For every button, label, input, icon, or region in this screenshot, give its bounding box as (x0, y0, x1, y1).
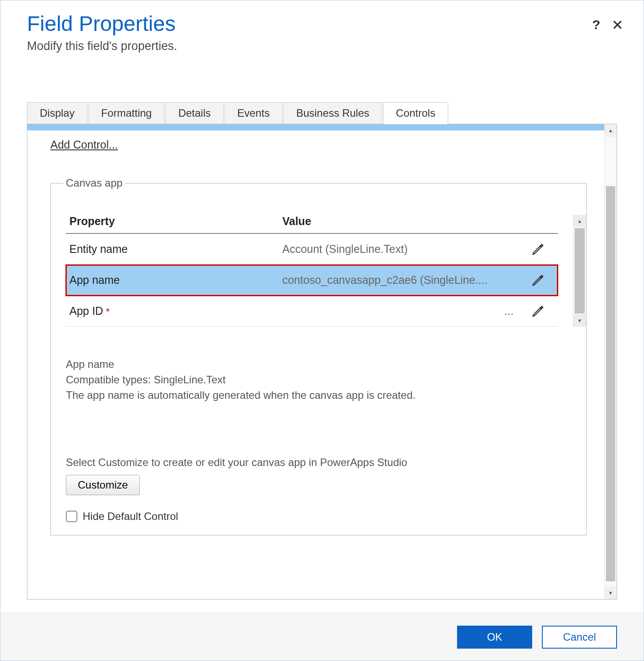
scroll-up-icon[interactable]: ▲ (573, 215, 586, 227)
scroll-up-icon[interactable]: ▲ (605, 124, 617, 137)
property-grid: Property Value Entity name Account (Sing… (51, 203, 586, 327)
property-grid-header: Property Value (66, 203, 558, 234)
property-grid-scrollbar[interactable]: ▲ ▼ (573, 215, 586, 327)
header-icons: ? (592, 17, 622, 32)
cell-value: Account (SingleLine.Text) (282, 243, 518, 256)
desc-body: The app name is automatically generated … (66, 388, 571, 403)
cell-value: ... (282, 305, 518, 317)
edit-icon[interactable] (518, 305, 558, 318)
col-header-property: Property (66, 215, 282, 228)
field-properties-dialog: Field Properties Modify this field's pro… (0, 0, 644, 661)
ok-button[interactable]: OK (457, 626, 532, 649)
cell-property: App ID* (66, 305, 282, 317)
property-description: App name Compatible types: SingleLine.Te… (51, 327, 586, 403)
required-asterisk: * (106, 306, 110, 317)
tab-details[interactable]: Details (165, 102, 223, 124)
desc-title: App name (66, 357, 571, 372)
hide-default-checkbox[interactable] (66, 511, 77, 522)
row-entity-name[interactable]: Entity name Account (SingleLine.Text) (66, 234, 558, 265)
canvas-group-legend: Canvas app (63, 177, 125, 189)
tab-formatting[interactable]: Formatting (88, 102, 165, 124)
dialog-footer: OK Cancel (0, 613, 644, 661)
tabs-row: Display Formatting Details Events Busine… (27, 102, 617, 124)
tab-events[interactable]: Events (225, 102, 282, 124)
col-header-edit (518, 215, 558, 228)
row-app-id[interactable]: App ID* ... (66, 296, 558, 327)
content-scrollbar[interactable]: ▲ ▼ (604, 124, 617, 599)
scroll-down-icon[interactable]: ▼ (605, 587, 617, 599)
dialog-subtitle: Modify this field's properties. (27, 39, 617, 53)
canvas-app-group: Canvas app Property Value Entity name Ac… (50, 177, 587, 535)
scroll-thumb[interactable] (575, 228, 585, 313)
cell-property-text: App ID (69, 305, 103, 317)
scroll-down-icon[interactable]: ▼ (573, 314, 586, 327)
desc-compat: Compatible types: SingleLine.Text (66, 372, 571, 388)
tab-business-rules[interactable]: Business Rules (283, 102, 382, 124)
cell-value: contoso_canvasapp_c2ae6 (SingleLine.... (282, 274, 518, 287)
content-frame: Add Control... Canvas app Property Value… (27, 124, 617, 600)
row-app-name[interactable]: App name contoso_canvasapp_c2ae6 (Single… (66, 265, 558, 296)
dialog-header: Field Properties Modify this field's pro… (0, 0, 644, 53)
customize-button[interactable]: Customize (66, 475, 140, 495)
dialog-title: Field Properties (27, 13, 617, 35)
hide-default-label: Hide Default Control (83, 510, 178, 523)
hide-default-row: Hide Default Control (66, 510, 571, 523)
tab-display[interactable]: Display (27, 102, 88, 124)
content-scroll: Add Control... Canvas app Property Value… (27, 124, 604, 599)
scroll-thumb[interactable] (606, 186, 615, 581)
col-header-value: Value (282, 215, 518, 228)
tab-controls[interactable]: Controls (383, 102, 448, 124)
cell-property: Entity name (66, 243, 282, 256)
edit-icon[interactable] (518, 243, 558, 256)
cancel-button[interactable]: Cancel (542, 626, 617, 649)
close-icon[interactable] (613, 20, 622, 30)
customize-instruction: Select Customize to create or edit your … (51, 456, 586, 469)
cell-property: App name (66, 274, 282, 287)
add-control-link[interactable]: Add Control... (50, 138, 118, 151)
edit-icon[interactable] (518, 274, 558, 287)
help-icon[interactable]: ? (592, 17, 600, 32)
